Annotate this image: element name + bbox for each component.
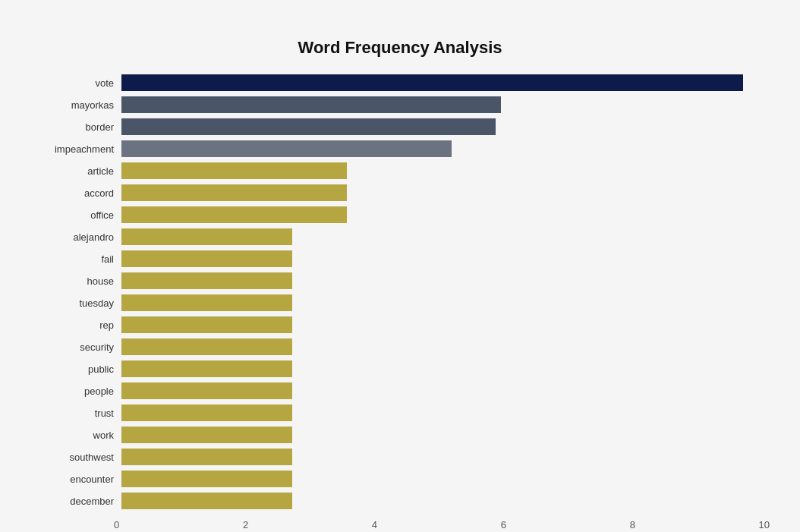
bar-label: security xyxy=(38,342,121,353)
bar-track xyxy=(121,449,754,465)
bar-track xyxy=(121,272,754,289)
bar-row: accord xyxy=(38,183,754,203)
bar xyxy=(121,96,501,113)
x-tick: 8 xyxy=(630,519,635,530)
bar-row: southwest xyxy=(38,447,754,467)
bar-row: work xyxy=(38,425,754,445)
bar-track xyxy=(121,294,754,311)
bar xyxy=(121,382,292,399)
bar-row: encounter xyxy=(38,469,754,489)
bar-row: office xyxy=(38,205,754,225)
bar-label: rep xyxy=(38,320,121,331)
bar xyxy=(121,405,292,421)
bar-label: southwest xyxy=(38,452,121,463)
bar-label: border xyxy=(38,121,121,133)
bar-label: public xyxy=(38,364,121,375)
bar-label: alejandro xyxy=(38,231,121,243)
bar-row: security xyxy=(38,337,754,357)
x-axis-ticks: 0246810 xyxy=(114,519,770,530)
bar-row: impeachment xyxy=(38,139,754,159)
bar-track xyxy=(121,140,754,157)
bar-track xyxy=(121,493,754,509)
bar xyxy=(121,338,292,355)
bar xyxy=(121,250,292,267)
bar-row: rep xyxy=(38,315,754,335)
bar-label: vote xyxy=(38,77,121,89)
bar-label: house xyxy=(38,275,121,287)
bar-label: work xyxy=(38,430,121,441)
bar-track xyxy=(121,360,754,377)
bar xyxy=(121,118,496,135)
bar xyxy=(121,206,347,223)
bar xyxy=(121,449,292,465)
bar xyxy=(121,493,292,509)
bar-track xyxy=(121,405,754,421)
x-axis-area: 0246810 Frequency xyxy=(30,513,770,532)
bar-label: tuesday xyxy=(38,297,121,309)
bar-label: encounter xyxy=(38,474,121,485)
x-tick: 10 xyxy=(759,519,770,530)
bar-label: people xyxy=(38,386,121,397)
chart-area: votemayorkasborderimpeachmentarticleacco… xyxy=(30,73,770,513)
x-tick: 6 xyxy=(501,519,506,530)
bar-label: trust xyxy=(38,408,121,419)
bar xyxy=(121,272,292,289)
bar xyxy=(121,162,347,179)
bar-track xyxy=(121,338,754,355)
bar-row: article xyxy=(38,161,754,181)
bar-track xyxy=(121,118,754,135)
bar xyxy=(121,140,452,157)
bar-label: mayorkas xyxy=(38,99,121,111)
bar-track xyxy=(121,206,754,223)
bar-track xyxy=(121,162,754,179)
bar xyxy=(121,316,292,333)
bar-row: house xyxy=(38,271,754,291)
bar-label: article xyxy=(38,165,121,177)
bar xyxy=(121,360,292,377)
bar-track xyxy=(121,427,754,443)
bar xyxy=(121,471,292,487)
bar-label: accord xyxy=(38,187,121,199)
bar-row: mayorkas xyxy=(38,95,754,115)
bar-row: fail xyxy=(38,249,754,269)
bar-label: fail xyxy=(38,253,121,265)
bar-track xyxy=(121,96,754,113)
bar-track xyxy=(121,228,754,245)
x-tick: 4 xyxy=(372,519,377,530)
bar-track xyxy=(121,471,754,487)
bar-row: public xyxy=(38,359,754,379)
x-tick: 2 xyxy=(243,519,248,530)
bar-label: december xyxy=(38,496,121,507)
bar-row: vote xyxy=(38,73,754,93)
bar-row: trust xyxy=(38,403,754,423)
x-tick: 0 xyxy=(114,519,119,530)
bar xyxy=(121,294,292,311)
bar xyxy=(121,228,292,245)
bar-row: december xyxy=(38,491,754,511)
bar-row: people xyxy=(38,381,754,401)
bar-track xyxy=(121,382,754,399)
bar-label: office xyxy=(38,209,121,221)
bar-label: impeachment xyxy=(38,143,121,155)
bar-track xyxy=(121,184,754,201)
bar xyxy=(121,427,292,443)
chart-title: Word Frequency Analysis xyxy=(30,30,770,58)
bar xyxy=(121,74,743,91)
bar-track xyxy=(121,74,754,91)
chart-container: Word Frequency Analysis votemayorkasbord… xyxy=(15,15,785,532)
bar-row: tuesday xyxy=(38,293,754,313)
bar-row: alejandro xyxy=(38,227,754,247)
bar-row: border xyxy=(38,117,754,137)
bar-track xyxy=(121,316,754,333)
bar xyxy=(121,184,347,201)
bar-track xyxy=(121,250,754,267)
